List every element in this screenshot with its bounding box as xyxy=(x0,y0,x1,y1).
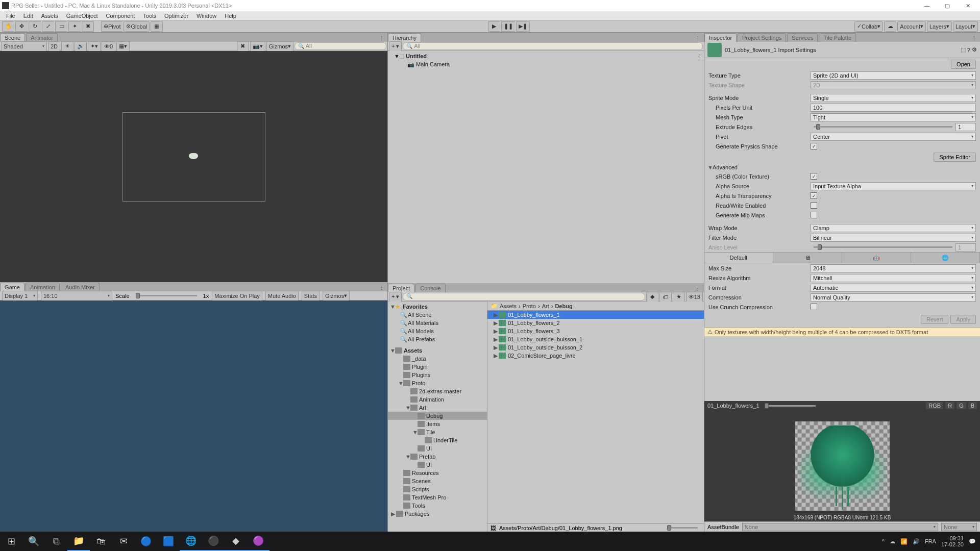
scene-context-menu[interactable]: ⋮ xyxy=(696,53,702,60)
tree-folder[interactable]: TextMesh Pro xyxy=(388,493,487,502)
assets-header[interactable]: ▼Assets xyxy=(388,346,487,355)
tree-folder[interactable]: UI xyxy=(388,461,487,469)
aspect-dropdown[interactable]: 16:10▾ xyxy=(41,291,112,301)
game-view[interactable] xyxy=(0,300,387,532)
file-list[interactable]: ▶01_Lobby_flowers_1▶01_Lobby_flowers_2▶0… xyxy=(487,311,704,523)
tab-services[interactable]: Services xyxy=(787,33,818,42)
channel-r[interactable]: R xyxy=(945,402,954,409)
favorite-item[interactable]: 🔍All Materials xyxy=(388,319,487,327)
breadcrumb-item[interactable]: Art xyxy=(542,303,549,309)
prefab-icon[interactable]: ⬚ xyxy=(961,46,966,53)
project-save-search[interactable]: ★ xyxy=(673,292,685,302)
hand-tool[interactable]: ✋ xyxy=(2,21,14,32)
custom-tool[interactable]: ✖ xyxy=(82,21,94,32)
visual-studio-icon[interactable]: 🟣 xyxy=(247,532,270,551)
assetbundle-name-dropdown[interactable]: None▾ xyxy=(742,523,938,531)
scene-2d-toggle[interactable]: 2D xyxy=(48,41,60,52)
task-view-icon[interactable]: ⧉ xyxy=(45,532,67,551)
extrude-edges-slider[interactable] xyxy=(814,126,952,128)
snap-toggle[interactable]: ▦ xyxy=(151,21,163,32)
global-toggle[interactable]: ⊗ Global xyxy=(124,21,150,32)
mip-slider[interactable] xyxy=(765,405,816,407)
rect-tool[interactable]: ▭ xyxy=(55,21,67,32)
pivot-dropdown[interactable]: Center▾ xyxy=(811,133,976,141)
assetbundle-variant-dropdown[interactable]: None▾ xyxy=(941,523,977,531)
extrude-edges-field[interactable]: 1 xyxy=(955,123,976,131)
platform-default[interactable]: Default xyxy=(704,253,773,263)
tab-game[interactable]: Game xyxy=(0,283,24,291)
tree-folder[interactable]: Resources xyxy=(388,469,487,477)
maximize-button[interactable]: ▢ xyxy=(937,0,958,11)
menu-assets[interactable]: Assets xyxy=(37,13,62,19)
scale-slider[interactable] xyxy=(136,295,197,296)
pause-button[interactable]: ❚❚ xyxy=(501,21,515,32)
obs-icon[interactable]: ⚫ xyxy=(202,532,225,551)
compression-dropdown[interactable]: Normal Quality▾ xyxy=(811,293,976,302)
sprite-editor-button[interactable]: Sprite Editor xyxy=(934,153,976,162)
sprite-mode-dropdown[interactable]: Single▾ xyxy=(811,94,976,102)
texture-type-dropdown[interactable]: Sprite (2D and UI)▾ xyxy=(811,71,976,80)
tab-project[interactable]: Project xyxy=(388,284,414,292)
project-filter-label[interactable]: 🏷 xyxy=(659,292,672,302)
channel-rgb[interactable]: RGB xyxy=(926,402,943,409)
mipmaps-checkbox[interactable] xyxy=(811,212,817,218)
max-size-dropdown[interactable]: 2048▾ xyxy=(811,264,976,272)
start-button[interactable]: ⊞ xyxy=(0,532,22,551)
explorer-icon[interactable]: 📁 xyxy=(67,532,90,551)
app-icon-2[interactable]: 🟦 xyxy=(157,532,180,551)
settings-icon[interactable]: ⚙ xyxy=(972,46,977,53)
menu-file[interactable]: File xyxy=(2,13,19,19)
scene-grid-toggle[interactable]: ▦▾ xyxy=(116,41,130,52)
tree-folder[interactable]: Plugin xyxy=(388,363,487,371)
channel-b[interactable]: B xyxy=(968,402,977,409)
store-icon[interactable]: 🛍 xyxy=(90,532,112,551)
menu-window[interactable]: Window xyxy=(192,13,220,19)
transform-tool[interactable]: ✦ xyxy=(68,21,81,32)
pixels-per-unit-field[interactable]: 100 xyxy=(811,104,976,112)
read-write-checkbox[interactable] xyxy=(811,202,817,209)
tab-scene[interactable]: Scene xyxy=(0,33,25,42)
file-item[interactable]: ▶01_Lobby_flowers_3 xyxy=(487,327,704,335)
tree-folder[interactable]: ▼Art xyxy=(388,404,487,412)
collab-dropdown[interactable]: ✓ Collab ▾ xyxy=(854,21,883,32)
scene-audio-toggle[interactable]: 🔊 xyxy=(75,41,87,52)
scene-camera-toggle[interactable]: 📷▾ xyxy=(250,41,265,52)
wrap-mode-dropdown[interactable]: Clamp▾ xyxy=(811,224,976,232)
advanced-foldout[interactable]: ▼Advanced xyxy=(704,163,980,171)
tab-project-settings[interactable]: Project Settings xyxy=(738,33,786,42)
mail-icon[interactable]: ✉ xyxy=(112,532,135,551)
tab-audiomixer[interactable]: Audio Mixer xyxy=(61,283,100,291)
mesh-type-dropdown[interactable]: Tight▾ xyxy=(811,113,976,121)
tab-animation[interactable]: Animation xyxy=(26,283,60,291)
file-item[interactable]: ▶01_Lobby_outside_buisson_2 xyxy=(487,343,704,352)
search-icon[interactable]: 🔍 xyxy=(22,532,45,551)
favorite-item[interactable]: 🔍All Scene xyxy=(388,311,487,319)
tree-folder[interactable]: Plugins xyxy=(388,371,487,379)
onedrive-icon[interactable]: ☁ xyxy=(890,538,895,545)
file-item[interactable]: ▶01_Lobby_outside_buisson_1 xyxy=(487,335,704,343)
platform-webgl[interactable]: 🌐 xyxy=(911,253,980,263)
account-dropdown[interactable]: Account ▾ xyxy=(897,21,926,32)
gen-physics-checkbox[interactable]: ✓ xyxy=(811,143,817,149)
notifications-icon[interactable]: 💬 xyxy=(969,538,976,545)
scene-search[interactable]: 🔍 All xyxy=(295,42,386,50)
platform-android[interactable]: 🤖 xyxy=(842,253,911,263)
inspector-tab-menu[interactable]: ⋮ xyxy=(968,35,980,42)
alpha-transparency-checkbox[interactable]: ✓ xyxy=(811,192,817,199)
scene-hidden-count[interactable]: 👁 0 xyxy=(102,41,115,52)
tab-console[interactable]: Console xyxy=(415,284,445,292)
filter-mode-dropdown[interactable]: Bilinear▾ xyxy=(811,234,976,242)
menu-help[interactable]: Help xyxy=(220,13,240,19)
tree-folder[interactable]: 2d-extras-master xyxy=(388,387,487,395)
volume-icon[interactable]: 🔊 xyxy=(913,538,920,545)
hierarchy-item[interactable]: 📷 Main Camera xyxy=(390,60,702,68)
game-gizmos-dropdown[interactable]: Gizmos ▾ xyxy=(323,291,350,301)
breadcrumb-item[interactable]: Assets xyxy=(500,303,517,309)
breadcrumb-item[interactable]: Proto xyxy=(523,303,536,309)
rotate-tool[interactable]: ↻ xyxy=(29,21,41,32)
hierarchy-tab-menu[interactable]: ⋮ xyxy=(692,35,704,42)
cloud-button[interactable]: ☁ xyxy=(884,21,896,32)
tree-folder[interactable]: Scenes xyxy=(388,477,487,485)
tab-hierarchy[interactable]: Hierarchy xyxy=(388,33,421,42)
scene-tool1[interactable]: ✖ xyxy=(237,41,249,52)
